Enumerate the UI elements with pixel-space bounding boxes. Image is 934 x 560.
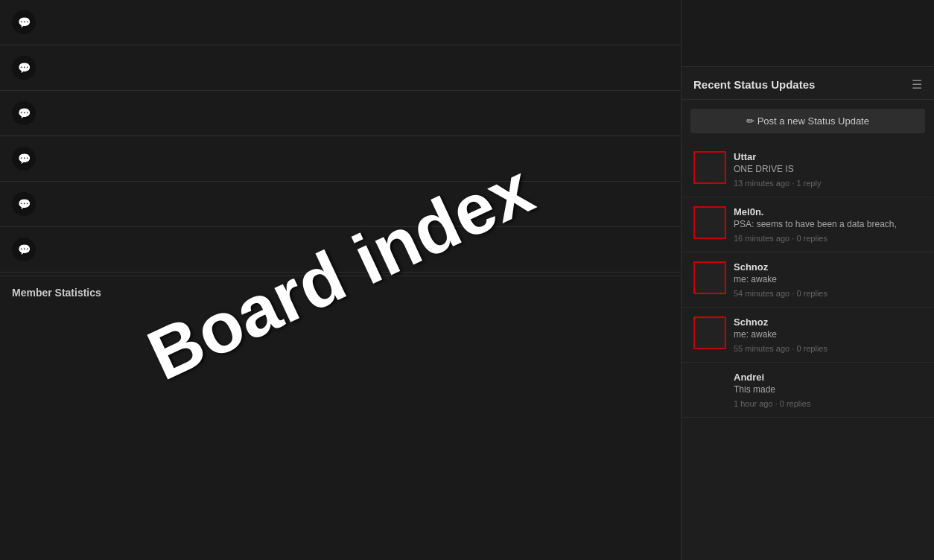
- forum-row: 💬: [0, 227, 681, 273]
- forum-row: 💬: [0, 136, 681, 182]
- status-item: Andrei This made 1 hour ago · 0 replies: [682, 363, 934, 418]
- status-meta: 16 minutes ago · 0 replies: [734, 234, 922, 243]
- chat-icon: 💬: [12, 147, 36, 171]
- sidebar-header-title: Recent Status Updates: [693, 78, 815, 91]
- chat-icon: 💬: [12, 10, 36, 34]
- status-meta: 13 minutes ago · 1 reply: [734, 179, 922, 188]
- status-text: ONE DRIVE IS: [734, 164, 922, 174]
- status-body: Schnoz me: awake 54 minutes ago · 0 repl…: [734, 261, 922, 298]
- avatar-placeholder: [693, 372, 726, 404]
- status-item: Schnoz me: awake 54 minutes ago · 0 repl…: [682, 252, 934, 308]
- avatar[interactable]: [693, 151, 726, 184]
- member-statistics: Member Statistics: [0, 276, 681, 309]
- forum-row: 💬: [0, 182, 681, 227]
- chat-icon: 💬: [12, 101, 36, 125]
- sidebar: Recent Status Updates ☰ ✏ Post a new Sta…: [681, 0, 934, 560]
- status-body: Schnoz me: awake 55 minutes ago · 0 repl…: [734, 316, 922, 353]
- status-text: me: awake: [734, 274, 922, 284]
- status-body: Andrei This made 1 hour ago · 0 replies: [734, 372, 922, 408]
- status-text: me: awake: [734, 329, 922, 340]
- status-username[interactable]: Mel0n.: [734, 206, 922, 217]
- chat-icon: 💬: [12, 238, 36, 261]
- member-statistics-title: Member Statistics: [12, 287, 101, 299]
- status-username[interactable]: Uttar: [734, 151, 922, 162]
- forum-row: 💬: [0, 0, 681, 45]
- avatar[interactable]: [693, 316, 726, 349]
- forum-rows: 💬 💬 💬 💬 💬 💬: [0, 0, 681, 273]
- status-meta: 54 minutes ago · 0 replies: [734, 289, 922, 298]
- status-item: Schnoz me: awake 55 minutes ago · 0 repl…: [682, 308, 934, 363]
- chat-icon: 💬: [12, 192, 36, 216]
- status-text: This made: [734, 384, 922, 395]
- avatar[interactable]: [693, 261, 726, 294]
- status-username[interactable]: Schnoz: [734, 261, 922, 273]
- sidebar-top: [682, 0, 934, 67]
- sidebar-header: Recent Status Updates ☰: [682, 67, 934, 100]
- status-meta: 1 hour ago · 0 replies: [734, 399, 922, 408]
- sidebar-content: Recent Status Updates ☰ ✏ Post a new Sta…: [682, 67, 934, 560]
- forum-row: 💬: [0, 45, 681, 91]
- status-item: Mel0n. PSA: seems to have been a data br…: [682, 197, 934, 252]
- avatar[interactable]: [693, 206, 726, 239]
- status-item: Uttar ONE DRIVE IS 13 minutes ago · 1 re…: [682, 142, 934, 197]
- status-body: Mel0n. PSA: seems to have been a data br…: [734, 206, 922, 243]
- status-body: Uttar ONE DRIVE IS 13 minutes ago · 1 re…: [734, 151, 922, 188]
- main-content: Board index 💬 💬 💬 💬 💬 💬 Member Statistic…: [0, 0, 681, 560]
- forum-row: 💬: [0, 91, 681, 136]
- chat-icon: 💬: [12, 56, 36, 80]
- status-username[interactable]: Schnoz: [734, 316, 922, 328]
- post-status-button[interactable]: ✏ Post a new Status Update: [690, 109, 925, 133]
- sidebar-menu-icon[interactable]: ☰: [912, 77, 922, 92]
- status-text: PSA: seems to have been a data breach,: [734, 219, 922, 229]
- status-username[interactable]: Andrei: [734, 372, 922, 383]
- status-meta: 55 minutes ago · 0 replies: [734, 344, 922, 353]
